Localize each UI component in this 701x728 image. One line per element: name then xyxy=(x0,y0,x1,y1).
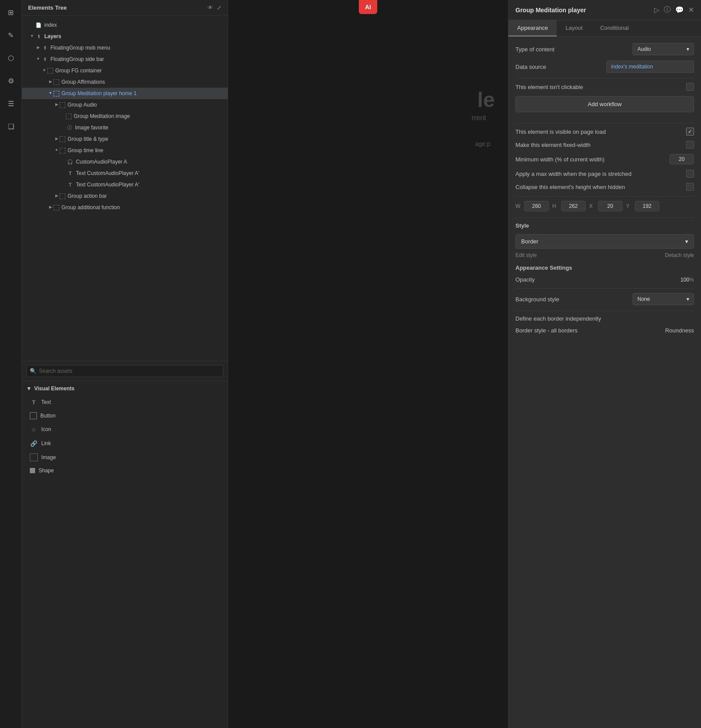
search-assets-section: 🔍 xyxy=(22,361,228,381)
fixed-width-checkbox[interactable] xyxy=(686,141,694,149)
not-clickable-checkbox[interactable] xyxy=(686,83,694,91)
layers-icon-btn[interactable]: ⊞ xyxy=(4,5,18,19)
eye-icon[interactable]: 👁 xyxy=(207,4,213,11)
brush-icon-btn[interactable]: ✎ xyxy=(4,28,18,42)
x-input[interactable] xyxy=(598,201,622,211)
collapse-arrow[interactable]: ▼ xyxy=(26,385,32,392)
arrow-down: ▼ xyxy=(29,33,35,39)
tree-item-group-audio[interactable]: ▶ Group Audio xyxy=(22,99,228,111)
tree-item-index[interactable]: 📄 index xyxy=(22,19,228,31)
ve-item-icon[interactable]: ☆ Icon xyxy=(26,423,223,435)
arrow-right: ▶ xyxy=(47,79,54,85)
opacity-row: Opacity 100 % xyxy=(515,276,694,283)
tree-item-float-side[interactable]: ▼ ⬆ FloatingGroup side bar xyxy=(22,54,228,65)
arrow-right: ▶ xyxy=(54,136,60,142)
tree-item-label: Text CustomAudioPlayer A' xyxy=(76,181,139,189)
arrow-spacer xyxy=(29,22,35,28)
appearance-settings-title: Appearance Settings xyxy=(515,264,694,271)
type-of-content-dropdown[interactable]: Audio ▾ xyxy=(633,43,694,55)
edit-style-row: Edit style Detach style xyxy=(515,252,694,258)
min-width-input[interactable] xyxy=(669,154,694,164)
style-dropdown[interactable]: Border ▾ xyxy=(515,234,694,249)
tree-item-group-timeline[interactable]: ▼ Group time line xyxy=(22,145,228,156)
h-input[interactable] xyxy=(561,201,586,211)
tree-item-custom-player[interactable]: 🎧 CustomAudioPlayer A xyxy=(22,156,228,168)
expand-icon[interactable]: ⤢ xyxy=(217,4,222,11)
settings-icon-btn[interactable]: ⚙ xyxy=(4,74,18,88)
ve-item-image[interactable]: Image xyxy=(26,451,223,464)
comment-icon[interactable]: 💬 xyxy=(675,6,684,14)
divider1 xyxy=(515,78,694,79)
main-canvas: AI le rrent age:p xyxy=(228,0,508,728)
tree-item-group-title[interactable]: ▶ Group title & type xyxy=(22,133,228,145)
clipboard-icon-btn[interactable]: ❏ xyxy=(4,119,18,133)
opacity-unit: % xyxy=(689,277,694,283)
panel-title: Group Meditation player xyxy=(515,7,586,14)
tree-item-group-med-img[interactable]: Group Meditation image xyxy=(22,111,228,122)
tree-item-layers[interactable]: ▼ ⬆ Layers xyxy=(22,31,228,42)
elements-panel-title: Elements Tree xyxy=(28,4,67,11)
group-additional-icon xyxy=(54,205,59,211)
search-input[interactable] xyxy=(26,365,223,377)
search-wrap: 🔍 xyxy=(26,365,223,377)
visible-checkbox[interactable] xyxy=(686,128,694,136)
ve-item-text[interactable]: T Text xyxy=(26,396,223,408)
tree-item-text-player1[interactable]: T Text CustomAudioPlayer A' xyxy=(22,168,228,179)
add-workflow-button[interactable]: Add workflow xyxy=(515,96,694,112)
tree-item-img-fav[interactable]: ⓘ Image favorite xyxy=(22,122,228,133)
tree-item-group-med[interactable]: ▼ Group Meditation player home 1 xyxy=(22,88,228,99)
shape-ve-icon xyxy=(30,468,35,473)
tree-item-group-action[interactable]: ▶ Group action bar xyxy=(22,190,228,202)
edit-style-link[interactable]: Edit style xyxy=(515,252,537,258)
type-of-content-row: Type of content Audio ▾ xyxy=(515,43,694,55)
divider3 xyxy=(515,196,694,196)
tree-item-label: Group time line xyxy=(68,146,103,154)
plugin-icon-btn[interactable]: ⬡ xyxy=(4,51,18,65)
ve-item-label: Shape xyxy=(39,467,54,474)
collapse-checkbox[interactable] xyxy=(686,183,694,191)
tree-item-text-player2[interactable]: T Text CustomAudioPlayer A' xyxy=(22,179,228,190)
group-med-img-icon xyxy=(66,114,72,119)
roundness-label: Roundness xyxy=(605,327,694,334)
tab-appearance[interactable]: Appearance xyxy=(508,20,557,36)
border-style-row: Border style - all borders Roundness xyxy=(515,327,694,334)
arrow-down: ▼ xyxy=(54,147,60,153)
bg-style-dropdown[interactable]: None ▾ xyxy=(633,293,694,305)
arrow-none xyxy=(61,182,67,188)
tree-item-float-mob[interactable]: ▶ ⬆ FloatingGroup mob menu xyxy=(22,42,228,54)
text-ve-icon: T xyxy=(30,398,38,406)
tree-item-label: Group Audio xyxy=(68,101,97,109)
max-width-checkbox[interactable] xyxy=(686,170,694,178)
ve-item-link[interactable]: 🔗 Link xyxy=(26,437,223,450)
w-input[interactable] xyxy=(524,201,549,211)
close-icon[interactable]: ✕ xyxy=(688,6,694,14)
ve-grid: T Text Button ☆ Icon 🔗 Link Image Shap xyxy=(26,396,223,476)
appearance-content: Type of content Audio ▾ Data source inde… xyxy=(508,37,701,728)
data-source-btn[interactable]: index's meditation xyxy=(606,61,694,73)
tree-item-group-fg[interactable]: ▼ Group FG container xyxy=(22,65,228,76)
detach-style-link[interactable]: Detach style xyxy=(665,252,694,258)
tree-item-group-additional[interactable]: ▶ Group additional function xyxy=(22,202,228,213)
headphone-icon: 🎧 xyxy=(67,158,74,165)
tree-container[interactable]: 📄 index ▼ ⬆ Layers ▶ ⬆ FloatingGroup mob… xyxy=(22,16,228,361)
bg-style-value: None xyxy=(637,296,650,302)
visible-label: This element is visible on page load xyxy=(515,128,686,135)
tree-item-group-affirm[interactable]: ▶ Group Affirmations xyxy=(22,76,228,88)
ai-button[interactable]: AI xyxy=(359,0,377,14)
doc-icon-btn[interactable]: ☰ xyxy=(4,96,18,111)
collapse-label: Collapse this element's height when hidd… xyxy=(515,184,686,190)
tab-layout[interactable]: Layout xyxy=(557,20,591,36)
canvas-hint2: rrent xyxy=(472,114,486,122)
ve-item-shape[interactable]: Shape xyxy=(26,465,223,476)
tab-conditional[interactable]: Conditional xyxy=(591,20,637,36)
icon-ve-icon: ☆ xyxy=(30,425,38,433)
link-ve-icon: 🔗 xyxy=(30,439,38,447)
elements-header-icons: 👁 ⤢ xyxy=(207,4,222,11)
y-input[interactable] xyxy=(635,201,659,211)
visible-row: This element is visible on page load xyxy=(515,128,694,136)
group-icon xyxy=(47,68,53,74)
ve-item-button[interactable]: Button xyxy=(26,410,223,421)
info-panel-icon[interactable]: ⓘ xyxy=(664,5,671,14)
tree-item-label: CustomAudioPlayer A xyxy=(76,158,127,166)
play-icon[interactable]: ▷ xyxy=(654,6,659,14)
